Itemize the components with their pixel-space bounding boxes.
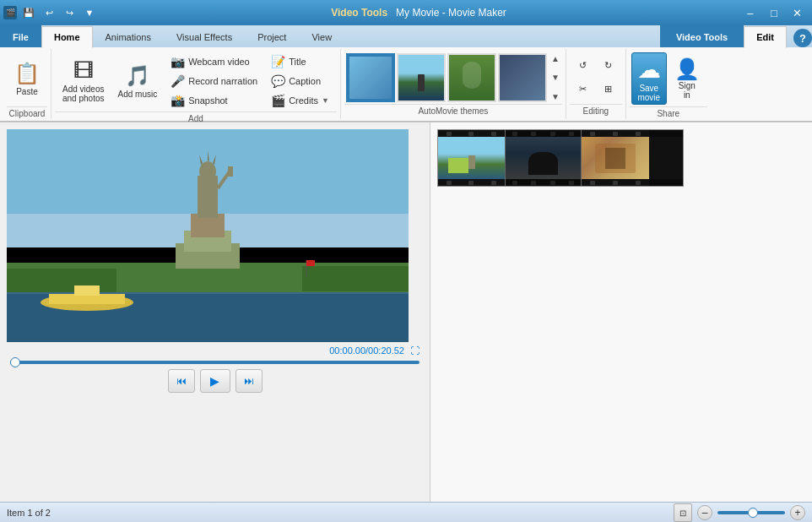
zoom-in-btn[interactable]: + bbox=[790, 505, 805, 520]
prev-frame-btn[interactable]: ⏮ bbox=[168, 369, 195, 393]
share-label: Share bbox=[630, 106, 707, 120]
themes-label: AutoMovie themes bbox=[344, 104, 562, 117]
paste-icon: 📋 bbox=[14, 62, 40, 85]
theme-no-effect[interactable] bbox=[346, 53, 395, 102]
qat-more-btn[interactable]: ▼ bbox=[81, 4, 98, 21]
tab-visual-effects[interactable]: Visual Effects bbox=[164, 25, 245, 47]
zoom-slider[interactable] bbox=[717, 511, 785, 514]
film-frame-1[interactable] bbox=[438, 130, 506, 186]
window-title: Video Tools My Movie - Movie Maker bbox=[331, 7, 506, 19]
themes-group: ▲ ▼ ▼ AutoMovie themes bbox=[341, 49, 566, 119]
snapshot-btn[interactable]: 📸 Snapshot bbox=[165, 91, 263, 110]
preview-time: 00:00.00/00:20.52 ⛶ bbox=[7, 345, 423, 356]
film-frame-2[interactable] bbox=[506, 130, 582, 186]
tab-video-tools[interactable]: Video Tools bbox=[660, 25, 744, 47]
main-area: 00:00.00/00:20.52 ⛶ ⏮ ▶ ⏭ bbox=[0, 122, 812, 502]
clipboard-group: 📋 Paste Clipboard bbox=[3, 49, 51, 119]
tab-edit[interactable]: Edit bbox=[744, 26, 787, 48]
preview-frame bbox=[7, 129, 409, 342]
webcam-btn[interactable]: 📷 Webcam video bbox=[165, 52, 263, 71]
storyboard-area bbox=[437, 129, 805, 187]
svg-rect-18 bbox=[306, 260, 315, 266]
snapshot-icon: 📸 bbox=[171, 94, 185, 107]
status-item-info: Item 1 of 2 bbox=[7, 508, 51, 518]
theme-scroll-down[interactable]: ▼ bbox=[550, 91, 560, 102]
add-group: 🎞 Add videos and photos 🎵 Add music 📷 We… bbox=[51, 49, 341, 119]
fullscreen-btn[interactable]: ⛶ bbox=[410, 345, 420, 356]
trim-btn[interactable]: ✂ bbox=[571, 79, 595, 101]
ribbon-content: 📋 Paste Clipboard 🎞 Add videos and photo… bbox=[0, 47, 812, 122]
title-btn[interactable]: 📝 Title bbox=[265, 52, 335, 71]
editing-group: ↺ ↻ ✂ ⊞ Edit bbox=[566, 49, 626, 119]
clipboard-label: Clipboard bbox=[7, 106, 47, 120]
prev-icon: ⏮ bbox=[176, 375, 187, 387]
tab-home[interactable]: Home bbox=[41, 26, 93, 48]
add-music-icon: 🎵 bbox=[125, 64, 150, 88]
film-frame-end[interactable] bbox=[649, 130, 683, 186]
seek-bar-container bbox=[7, 356, 423, 366]
film-frame-3[interactable] bbox=[582, 130, 649, 186]
sign-in-btn[interactable]: 👤 Sign in bbox=[669, 52, 706, 105]
clipboard-items: 📋 Paste bbox=[7, 51, 47, 106]
theme-scroll: ▲ ▼ ▼ bbox=[550, 53, 560, 102]
ribbon: File Home Animations Visual Effects Proj… bbox=[0, 25, 812, 122]
zoom-out-btn[interactable]: – bbox=[697, 505, 712, 520]
caption-btn[interactable]: 💬 Caption bbox=[265, 72, 335, 90]
undo-btn[interactable]: ↩ bbox=[41, 4, 57, 21]
cloud-upload-icon: ☁ bbox=[637, 56, 661, 84]
next-frame-btn[interactable]: ⏭ bbox=[235, 369, 263, 393]
save-movie-btn[interactable]: ☁ Save movie bbox=[631, 52, 667, 105]
redo-btn[interactable]: ↪ bbox=[61, 4, 78, 21]
rotate-left-btn[interactable]: ↺ bbox=[571, 55, 595, 77]
preview-controls: ⏮ ▶ ⏭ bbox=[7, 369, 423, 393]
play-btn[interactable]: ▶ bbox=[200, 369, 230, 393]
fit-btn[interactable]: ⊡ bbox=[674, 503, 692, 522]
tab-file[interactable]: File bbox=[0, 25, 41, 47]
credits-btn[interactable]: 🎬 Credits ▼ bbox=[265, 91, 335, 110]
preview-video bbox=[7, 129, 409, 342]
theme-scroll-up[interactable]: ▲ bbox=[550, 53, 560, 64]
svg-point-11 bbox=[199, 161, 216, 182]
credits-icon: 🎬 bbox=[271, 94, 285, 107]
add-music-btn[interactable]: 🎵 Add music bbox=[112, 55, 164, 107]
zoom-thumb[interactable] bbox=[748, 508, 758, 518]
theme-scroll-nav[interactable]: ▼ bbox=[550, 72, 560, 83]
rotate-right-btn[interactable]: ↻ bbox=[597, 55, 620, 77]
film-strip[interactable] bbox=[437, 129, 684, 187]
svg-rect-16 bbox=[228, 166, 233, 177]
title-icon: 📝 bbox=[271, 55, 285, 68]
theme-cinematic[interactable] bbox=[397, 53, 446, 102]
theme-selected-overlay bbox=[348, 55, 393, 101]
tab-view[interactable]: View bbox=[299, 25, 344, 47]
sign-in-icon: 👤 bbox=[674, 57, 700, 81]
theme-pan-zoom[interactable] bbox=[498, 53, 547, 102]
share-items: ☁ Save movie 👤 Sign in bbox=[630, 51, 707, 106]
svg-rect-21 bbox=[74, 285, 100, 296]
close-btn[interactable]: ✕ bbox=[787, 4, 809, 21]
share-group: ☁ Save movie 👤 Sign in Share bbox=[626, 49, 711, 119]
minimize-btn[interactable]: – bbox=[739, 4, 761, 21]
add-videos-icon: 🎞 bbox=[73, 59, 94, 83]
maximize-btn[interactable]: □ bbox=[763, 4, 785, 21]
add-videos-btn[interactable]: 🎞 Add videos and photos bbox=[57, 55, 111, 107]
stabilize-btn[interactable]: ⊞ bbox=[597, 79, 620, 101]
tab-animations[interactable]: Animations bbox=[93, 25, 164, 47]
help-btn[interactable]: ? bbox=[793, 29, 812, 47]
add-small-left: 📷 Webcam video 🎤 Record narration 📸 Snap… bbox=[165, 52, 263, 110]
paste-btn[interactable]: 📋 Paste bbox=[8, 52, 46, 105]
tab-project[interactable]: Project bbox=[245, 25, 299, 47]
rotate-left-icon: ↺ bbox=[579, 60, 587, 71]
seek-bar[interactable] bbox=[10, 361, 420, 364]
theme-fade[interactable] bbox=[447, 53, 496, 102]
record-narration-btn[interactable]: 🎤 Record narration bbox=[165, 72, 263, 90]
rotate-right-icon: ↻ bbox=[604, 60, 612, 71]
editing-row1: ↺ ↻ bbox=[571, 55, 620, 77]
quick-save-btn[interactable]: 💾 bbox=[20, 4, 37, 21]
stabilize-icon: ⊞ bbox=[604, 84, 612, 95]
svg-rect-5 bbox=[7, 269, 116, 292]
preview-panel: 00:00.00/00:20.52 ⛶ ⏮ ▶ ⏭ bbox=[0, 122, 430, 502]
caption-icon: 💬 bbox=[271, 74, 285, 88]
app-icon: 🎬 bbox=[3, 6, 17, 19]
window-controls: – □ ✕ bbox=[739, 4, 809, 21]
editing-btns: ↺ ↻ ✂ ⊞ bbox=[571, 55, 620, 101]
